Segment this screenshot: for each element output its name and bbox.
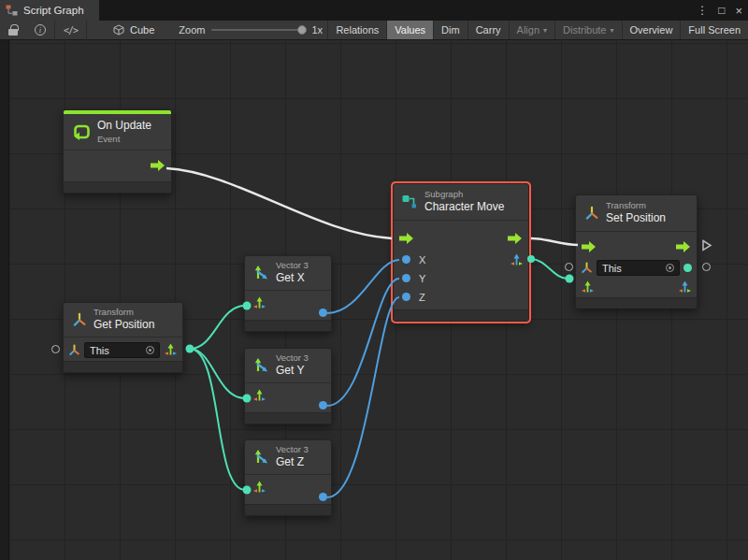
values-button[interactable]: Values bbox=[386, 21, 433, 39]
lock-button[interactable] bbox=[0, 21, 26, 39]
cube-icon bbox=[113, 24, 124, 36]
zoom-slider[interactable] bbox=[211, 29, 305, 31]
tab-title: Script Graph bbox=[23, 5, 84, 16]
this-field-value: This bbox=[90, 345, 109, 356]
values-label: Values bbox=[395, 24, 425, 36]
node-footer bbox=[245, 504, 331, 515]
vector3-icon bbox=[252, 357, 269, 374]
this-field-value: This bbox=[602, 263, 622, 274]
panel-menu-icon[interactable]: ⋮ bbox=[697, 5, 708, 16]
node-footer bbox=[576, 297, 697, 309]
input-port-z[interactable] bbox=[402, 293, 410, 301]
value-output-port[interactable] bbox=[319, 401, 327, 409]
value-output-port[interactable] bbox=[319, 493, 327, 501]
fullscreen-label: Full Screen bbox=[688, 24, 741, 36]
distribute-dropdown[interactable]: Distribute▾ bbox=[554, 21, 621, 39]
port-label-x: X bbox=[419, 254, 425, 266]
port-label-z: Z bbox=[419, 292, 425, 303]
info-icon: i bbox=[35, 24, 46, 36]
subgraph-icon bbox=[402, 194, 418, 208]
node-kind: Vector 3 bbox=[276, 352, 309, 364]
offscreen-value-port[interactable] bbox=[702, 263, 711, 271]
this-object-field[interactable]: This bbox=[84, 342, 160, 358]
chevron-down-icon: ▾ bbox=[611, 26, 614, 35]
target-object-label: Cube bbox=[130, 24, 154, 36]
flow-output-port[interactable] bbox=[508, 232, 523, 245]
maximize-icon[interactable]: □ bbox=[718, 5, 725, 16]
vector-output-port-icon[interactable] bbox=[678, 280, 692, 294]
toolbar-separator bbox=[86, 21, 87, 40]
offscreen-flow-port[interactable] bbox=[701, 239, 712, 251]
unconnected-target-port[interactable] bbox=[51, 345, 60, 353]
relations-button[interactable]: Relations bbox=[327, 21, 386, 39]
node-kind: Subgraph bbox=[424, 189, 504, 200]
value-output-port[interactable] bbox=[683, 264, 692, 272]
node-get-position[interactable]: Transform Get Position This bbox=[63, 302, 183, 373]
node-footer bbox=[394, 309, 528, 321]
on-update-event-icon bbox=[72, 122, 91, 141]
node-on-update[interactable]: On Update Event bbox=[63, 109, 172, 194]
info-button[interactable]: i bbox=[26, 21, 54, 39]
node-character-move[interactable]: Subgraph Character Move X Y Z bbox=[393, 183, 529, 322]
lock-icon bbox=[8, 29, 18, 36]
vector-output-port-icon[interactable] bbox=[164, 343, 178, 357]
node-title: Get Z bbox=[276, 455, 309, 470]
overview-button[interactable]: Overview bbox=[622, 21, 681, 39]
node-get-y[interactable]: Vector 3 Get Y bbox=[244, 348, 332, 424]
fullscreen-button[interactable]: Full Screen bbox=[680, 21, 748, 39]
relations-label: Relations bbox=[336, 24, 379, 36]
vector-input-port-icon[interactable] bbox=[252, 296, 266, 310]
align-label: Align bbox=[517, 24, 539, 36]
flow-output-port[interactable] bbox=[151, 159, 165, 172]
vector3-icon bbox=[252, 449, 269, 466]
vector-input-port-icon[interactable] bbox=[252, 389, 266, 403]
object-picker-icon[interactable] bbox=[146, 346, 154, 354]
vector-input-port-icon[interactable] bbox=[252, 481, 266, 495]
node-kind: Transform bbox=[94, 307, 154, 318]
node-get-z[interactable]: Vector 3 Get Z bbox=[244, 439, 332, 516]
object-picker-icon[interactable] bbox=[666, 264, 674, 272]
this-object-field[interactable]: This bbox=[597, 260, 680, 276]
align-dropdown[interactable]: Align▾ bbox=[509, 21, 554, 39]
zoom-slider-handle[interactable] bbox=[297, 25, 307, 35]
node-kind: Vector 3 bbox=[276, 444, 309, 455]
zoom-value: 1x bbox=[311, 24, 323, 36]
node-footer bbox=[64, 181, 171, 193]
flow-output-port[interactable] bbox=[676, 240, 691, 253]
close-icon[interactable]: × bbox=[735, 5, 742, 17]
transform-icon bbox=[584, 206, 599, 221]
overview-label: Overview bbox=[630, 24, 673, 36]
input-port-x[interactable] bbox=[402, 255, 410, 264]
dim-button[interactable]: Dim bbox=[433, 21, 468, 39]
input-port-y[interactable] bbox=[402, 274, 410, 282]
tab-bar: Script Graph ⋮ □ × bbox=[0, 0, 748, 21]
carry-button[interactable]: Carry bbox=[468, 21, 509, 39]
value-output-port[interactable] bbox=[319, 309, 327, 317]
node-title: Get X bbox=[276, 271, 309, 286]
tab-script-graph[interactable]: Script Graph bbox=[0, 0, 99, 21]
transform-icon bbox=[72, 312, 87, 327]
target-object[interactable]: Cube bbox=[113, 24, 154, 36]
transform-mini-icon bbox=[68, 344, 80, 356]
graph-toolbar: i </> Cube Zoom 1x Relations Values Dim … bbox=[0, 21, 748, 40]
vector-input-port-icon[interactable] bbox=[581, 280, 595, 294]
node-set-position[interactable]: Transform Set Position This bbox=[575, 194, 698, 309]
vector3-icon bbox=[252, 265, 269, 281]
node-title: Get Y bbox=[276, 364, 309, 379]
node-title: Set Position bbox=[606, 211, 666, 226]
unconnected-target-port[interactable] bbox=[565, 263, 573, 271]
flow-input-port[interactable] bbox=[399, 232, 414, 245]
vector-output-port-icon[interactable] bbox=[510, 253, 524, 267]
chevron-down-icon: ▾ bbox=[543, 26, 547, 35]
flow-input-port[interactable] bbox=[582, 240, 597, 253]
node-kind: Vector 3 bbox=[276, 260, 309, 271]
node-footer bbox=[245, 412, 331, 424]
distribute-label: Distribute bbox=[563, 24, 606, 36]
edit-script-button[interactable]: </> bbox=[55, 21, 86, 39]
code-icon: </> bbox=[64, 25, 78, 36]
node-title: Character Move bbox=[424, 200, 504, 215]
node-footer bbox=[64, 361, 182, 372]
node-title: On Update bbox=[97, 119, 151, 134]
node-get-x[interactable]: Vector 3 Get X bbox=[244, 255, 332, 332]
port-label-y: Y bbox=[419, 273, 425, 284]
